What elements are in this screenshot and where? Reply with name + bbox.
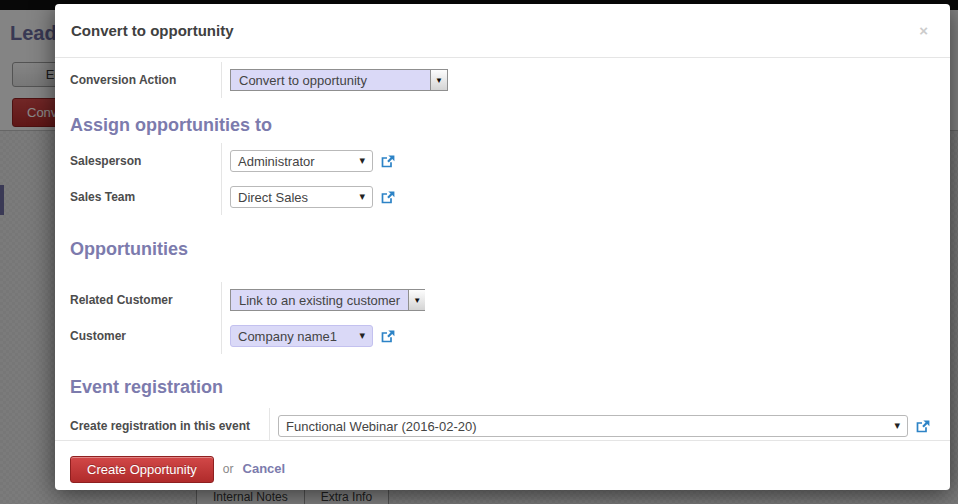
convert-to-opportunity-dialog: Convert to opportunity × Conversion Acti… — [55, 4, 950, 490]
sales-team-field: Direct Sales — [222, 179, 396, 214]
or-text: or — [223, 456, 234, 476]
event-registration-field: Functional Webinar (2016-02-20) — [270, 408, 931, 440]
salesperson-field: Administrator — [222, 143, 396, 178]
event-registration-row: Create registration in this event Functi… — [70, 408, 935, 440]
salesperson-external-link-icon[interactable] — [380, 154, 396, 169]
conversion-action-select[interactable]: Convert to opportunity ▼ — [230, 69, 448, 91]
customer-select[interactable]: Company name1 — [230, 325, 373, 347]
close-icon[interactable]: × — [913, 20, 934, 41]
customer-field: Company name1 — [222, 318, 396, 353]
related-customer-label: Related Customer — [70, 282, 222, 318]
sales-team-label: Sales Team — [70, 179, 222, 215]
conversion-action-row: Conversion Action Convert to opportunity… — [70, 62, 935, 98]
cancel-link[interactable]: Cancel — [243, 456, 286, 476]
related-customer-field: Link to an existing customer ▼ — [222, 282, 425, 317]
event-registration-select[interactable]: Functional Webinar (2016-02-20) — [278, 415, 908, 437]
sales-team-row: Sales Team Direct Sales — [70, 179, 935, 215]
assign-opportunities-heading: Assign opportunities to — [70, 115, 935, 136]
event-registration-label: Create registration in this event — [70, 408, 270, 440]
opportunities-heading: Opportunities — [70, 239, 935, 260]
salesperson-row: Salesperson Administrator — [70, 143, 935, 179]
related-customer-row: Related Customer Link to an existing cus… — [70, 282, 935, 318]
customer-external-link-icon[interactable] — [380, 329, 396, 344]
dialog-title: Convert to opportunity — [71, 22, 233, 39]
salesperson-label: Salesperson — [70, 143, 222, 179]
sales-team-external-link-icon[interactable] — [380, 190, 396, 205]
sales-team-select[interactable]: Direct Sales — [230, 186, 373, 208]
conversion-action-field: Convert to opportunity ▼ — [222, 62, 448, 97]
chevron-down-icon: ▼ — [408, 290, 425, 310]
dialog-footer: Create Opportunity or Cancel — [55, 440, 950, 490]
salesperson-select[interactable]: Administrator — [230, 150, 373, 172]
event-external-link-icon[interactable] — [915, 419, 931, 434]
event-registration-heading: Event registration — [70, 377, 935, 398]
dialog-header: Convert to opportunity × — [55, 4, 950, 58]
customer-label: Customer — [70, 318, 222, 354]
create-opportunity-button[interactable]: Create Opportunity — [70, 456, 214, 483]
customer-row: Customer Company name1 — [70, 318, 935, 354]
chevron-down-icon: ▼ — [430, 70, 447, 90]
dialog-body: Conversion Action Convert to opportunity… — [55, 58, 950, 440]
conversion-action-label: Conversion Action — [70, 62, 222, 98]
related-customer-select[interactable]: Link to an existing customer ▼ — [230, 289, 425, 311]
